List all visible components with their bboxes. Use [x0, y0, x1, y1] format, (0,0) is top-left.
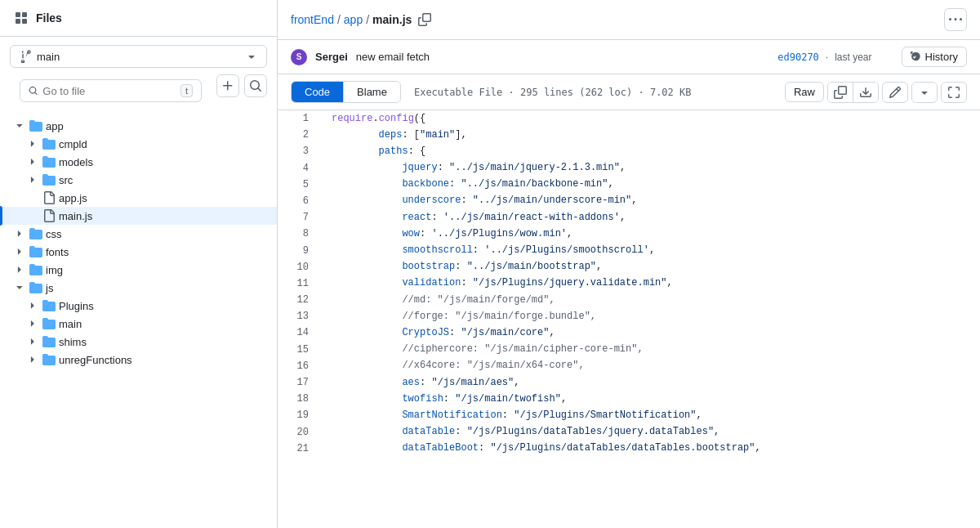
tree-item-label: main [59, 318, 82, 330]
view-tabs: Code Blame [291, 81, 401, 103]
history-icon [911, 51, 922, 63]
tree-item-app[interactable]: app [0, 117, 277, 135]
tree-item-app-js[interactable]: app.js [0, 189, 277, 207]
tab-blame[interactable]: Blame [344, 82, 400, 102]
folder-icon [42, 173, 56, 186]
chevron-right-icon [26, 155, 39, 168]
tree-item-css[interactable]: css [0, 225, 277, 243]
tree-item-src[interactable]: src [0, 171, 277, 189]
chevron-down-icon [918, 86, 931, 99]
code-viewer[interactable]: 1 require.config({ 2 deps: ["main"], 3 p… [278, 110, 980, 528]
breadcrumb-app[interactable]: app [344, 13, 363, 26]
download-button[interactable] [853, 83, 878, 102]
tree-item-fonts[interactable]: fonts [0, 243, 277, 261]
chevron-right-icon [13, 227, 26, 240]
svg-rect-1 [22, 12, 27, 17]
commit-author[interactable]: Sergei [315, 51, 348, 63]
line-content: //md: "/js/main/forge/md", [318, 292, 980, 308]
tree-item-main-folder[interactable]: main [0, 315, 277, 333]
commit-hash[interactable]: ed90270 [777, 51, 819, 63]
breadcrumb-current-file: main.js [372, 13, 412, 26]
tree-item-label: unregFunctions [59, 354, 132, 366]
tree-item-models[interactable]: models [0, 153, 277, 171]
line-content: wow: '../js/Plugins/wow.min', [318, 226, 980, 242]
tree-item-img[interactable]: img [0, 261, 277, 279]
folder-icon [29, 119, 42, 132]
add-file-button[interactable] [216, 74, 239, 97]
raw-button[interactable]: Raw [785, 82, 824, 102]
commit-time: last year [835, 51, 871, 63]
search-shortcut: t [180, 84, 193, 97]
line-content: paths: { [318, 143, 980, 159]
more-options-button[interactable] [944, 8, 967, 31]
tree-item-unreg-functions[interactable]: unregFunctions [0, 351, 277, 369]
breadcrumb-frontend[interactable]: frontEnd [291, 13, 334, 26]
table-row: 11 validation: "/js/Plugins/jquery.valid… [278, 275, 980, 292]
folder-icon [29, 263, 42, 276]
line-number: 9 [278, 243, 318, 259]
expand-button[interactable] [941, 82, 967, 103]
table-row: 21 dataTableBoot: "/js/Plugins/dataTable… [278, 441, 980, 457]
edit-dropdown-button[interactable] [912, 83, 937, 102]
tree-item-label: shims [59, 336, 87, 348]
main-content: frontEnd / app / main.js S Sergei new em… [278, 0, 980, 528]
edit-icon [889, 86, 902, 99]
line-content: backbone: "../js/main/backbone-min", [318, 177, 980, 193]
copy-raw-button[interactable] [828, 83, 853, 102]
line-number: 11 [278, 275, 318, 292]
file-toolbar: Code Blame Executable File · 295 lines (… [278, 74, 980, 110]
tree-item-label: img [46, 264, 63, 276]
commit-bar: S Sergei new email fetch ed90270 · last … [278, 40, 980, 74]
code-table: 1 require.config({ 2 deps: ["main"], 3 p… [278, 110, 980, 457]
table-row: 17 aes: "/js/main/aes", [278, 374, 980, 391]
table-row: 18 twofish: "/js/main/twofish", [278, 391, 980, 407]
line-content: SmartNotification: "/js/Plugins/SmartNot… [318, 407, 980, 423]
line-number: 19 [278, 407, 318, 423]
line-number: 10 [278, 259, 318, 275]
search-files-button[interactable] [244, 74, 267, 97]
copy-path-button[interactable] [418, 13, 431, 26]
file-search-bar[interactable]: t [20, 79, 202, 102]
commit-message: new email fetch [356, 51, 430, 63]
line-number: 12 [278, 292, 318, 308]
line-content: smoothscroll: '../js/Plugins/smoothscrol… [318, 243, 980, 259]
tree-item-label: cmpld [59, 138, 87, 150]
line-number: 8 [278, 226, 318, 242]
line-content: dataTableBoot: "/js/Plugins/dataTables/d… [318, 441, 980, 457]
chevron-right-icon [26, 137, 39, 150]
history-label: History [925, 51, 958, 63]
line-number: 2 [278, 127, 318, 143]
tab-code[interactable]: Code [292, 82, 344, 102]
svg-rect-2 [16, 19, 20, 24]
tree-item-shims[interactable]: shims [0, 333, 277, 351]
chevron-down-icon [13, 281, 26, 294]
svg-rect-0 [16, 12, 20, 17]
table-row: 13 //forge: "/js/main/forge.bundle", [278, 308, 980, 324]
tree-item-plugins[interactable]: Plugins [0, 297, 277, 315]
search-input[interactable] [42, 85, 176, 97]
table-row: 4 jquery: "../js/main/jquery-2.1.3.min", [278, 160, 980, 177]
table-row: 20 dataTable: "/js/Plugins/dataTables/jq… [278, 424, 980, 441]
line-number: 1 [278, 110, 318, 127]
copy-icon [834, 86, 847, 99]
line-content: dataTable: "/js/Plugins/dataTables/jquer… [318, 424, 980, 441]
folder-icon [42, 353, 56, 366]
line-content: CryptoJS: "/js/main/core", [318, 324, 980, 341]
tree-item-main-js[interactable]: main.js [0, 207, 277, 225]
history-button[interactable]: History [902, 47, 967, 67]
edit-button[interactable] [882, 82, 908, 103]
folder-icon [42, 299, 56, 312]
line-number: 4 [278, 160, 318, 177]
line-number: 21 [278, 441, 318, 457]
table-row: 7 react: '../js/main/react-with-addons', [278, 209, 980, 226]
folder-icon [42, 155, 56, 168]
branch-selector[interactable]: main [10, 45, 267, 68]
table-row: 5 backbone: "../js/main/backbone-min", [278, 177, 980, 193]
tree-item-label: main.js [59, 210, 92, 222]
tree-item-cmpld[interactable]: cmpld [0, 135, 277, 153]
tree-item-js[interactable]: js [0, 279, 277, 297]
breadcrumb-sep-1: / [337, 13, 341, 26]
file-icon [42, 191, 56, 204]
line-content: validation: "/js/Plugins/jquery.validate… [318, 275, 980, 292]
tree-item-label: css [46, 228, 62, 240]
